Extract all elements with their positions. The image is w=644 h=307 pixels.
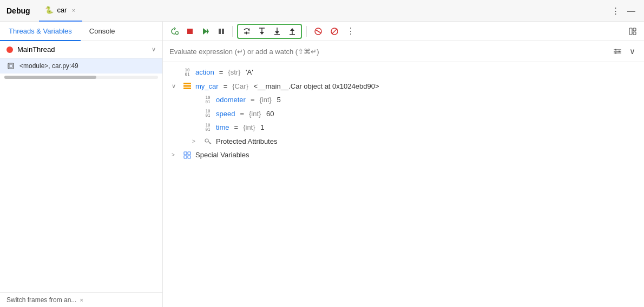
- left-bottom-bar: Switch frames from an... ×: [0, 292, 162, 307]
- frame-item[interactable]: <module>, car.py:49: [0, 58, 162, 74]
- variable-action-row: 1001 action = {str} 'A': [163, 65, 644, 79]
- svg-line-41: [208, 142, 212, 144]
- layout-button[interactable]: [626, 25, 640, 37]
- action-name[interactable]: action: [195, 67, 214, 78]
- main-layout: Threads & Variables Console MainThread ∨…: [0, 22, 644, 307]
- speed-type: {int}: [249, 109, 261, 119]
- panel-tabs: Threads & Variables Console: [0, 22, 162, 41]
- thread-name: MainThread: [17, 45, 147, 54]
- variable-special-row: > Special Variables: [163, 148, 644, 162]
- svg-marker-6: [207, 28, 209, 35]
- pause-button[interactable]: [215, 26, 228, 37]
- scroll-area: [0, 74, 162, 292]
- odometer-type: {int}: [260, 95, 272, 105]
- expression-input[interactable]: [169, 48, 607, 56]
- mycar-type-icon: [182, 81, 192, 91]
- speed-expand: [192, 109, 200, 118]
- debug-toolbar: ↺: [163, 22, 644, 41]
- time-value: 1: [259, 122, 265, 133]
- speed-name[interactable]: speed: [216, 109, 235, 119]
- svg-text:↺: ↺: [176, 31, 178, 35]
- svg-point-40: [205, 139, 208, 142]
- special-label: Special Variables: [195, 150, 249, 161]
- svg-rect-8: [222, 29, 224, 34]
- step-over-button[interactable]: [239, 25, 254, 38]
- svg-line-22: [316, 30, 321, 33]
- svg-rect-27: [633, 32, 636, 35]
- mycar-type: {Car}: [232, 81, 248, 92]
- svg-marker-16: [275, 31, 279, 34]
- variable-speed-row: 1001 speed = {int} 60: [163, 107, 644, 121]
- console-tab[interactable]: Console: [81, 22, 124, 41]
- rerun-button[interactable]: ↺: [167, 25, 181, 37]
- title-bar-actions: ⋮ —: [609, 4, 638, 18]
- svg-rect-26: [633, 28, 636, 31]
- protected-label: Protected Attributes: [216, 136, 277, 147]
- expression-bar: ∨: [163, 41, 644, 62]
- variable-protected-row: > Protected Attributes: [163, 135, 644, 149]
- time-type: {int}: [243, 122, 255, 133]
- mycar-name[interactable]: my_car: [195, 81, 219, 92]
- toolbar-separator-2: [306, 26, 307, 37]
- time-name[interactable]: time: [216, 122, 229, 133]
- protected-expand[interactable]: >: [192, 137, 200, 145]
- mycar-expand[interactable]: ∨: [172, 82, 179, 91]
- svg-point-29: [619, 51, 620, 52]
- svg-rect-1: [9, 64, 12, 68]
- action-type: {str}: [228, 67, 240, 78]
- svg-rect-0: [8, 63, 14, 69]
- stop-button[interactable]: [183, 26, 196, 37]
- frame-text: <module>, car.py:49: [19, 62, 78, 70]
- switch-frames-text: Switch frames from an...: [6, 296, 76, 304]
- svg-rect-38: [183, 85, 191, 87]
- speed-value: 60: [264, 109, 274, 119]
- thread-status-dot: [6, 46, 13, 53]
- expression-actions: ∨: [611, 44, 638, 58]
- odometer-name[interactable]: odometer: [216, 95, 246, 105]
- frame-icon: [6, 62, 15, 70]
- svg-rect-39: [183, 88, 191, 89]
- svg-rect-25: [629, 28, 632, 35]
- special-expand[interactable]: >: [172, 151, 179, 159]
- time-expand: [192, 123, 200, 132]
- car-tab-close[interactable]: ×: [70, 6, 77, 14]
- debug-title: Debug: [6, 6, 30, 15]
- svg-marker-11: [245, 31, 247, 35]
- disable-breakpoints-button[interactable]: [327, 25, 341, 37]
- python-icon: 🐍: [44, 5, 54, 15]
- resume-button[interactable]: [199, 25, 213, 37]
- car-tab[interactable]: 🐍 car ×: [39, 0, 83, 22]
- expression-chevron-button[interactable]: ∨: [627, 44, 638, 58]
- action-type-icon: 1001: [182, 68, 192, 77]
- scroll-track[interactable]: [4, 76, 158, 79]
- variable-mycar-row: ∨ my_car = {Car} <__main__.Car object at…: [163, 79, 644, 94]
- speed-type-icon: 1001: [203, 109, 213, 118]
- svg-rect-43: [184, 152, 187, 155]
- svg-rect-37: [183, 83, 191, 84]
- variable-time-row: 1001 time = {int} 1: [163, 121, 644, 135]
- thread-dropdown[interactable]: MainThread ∨: [0, 41, 162, 58]
- more-options-button[interactable]: ⋮: [609, 4, 622, 18]
- time-type-icon: 1001: [203, 123, 213, 132]
- mute-breakpoints-button[interactable]: [311, 25, 325, 37]
- expression-settings-button[interactable]: [611, 45, 624, 58]
- svg-rect-44: [188, 152, 190, 155]
- odometer-type-icon: 1001: [203, 95, 213, 105]
- right-panel: ↺: [163, 22, 644, 307]
- odometer-expand: [192, 96, 200, 105]
- svg-rect-46: [188, 156, 190, 158]
- step-into-button[interactable]: [254, 25, 270, 38]
- toolbar-separator-1: [232, 26, 233, 37]
- svg-line-24: [332, 29, 337, 34]
- step-into-my-code-button[interactable]: [270, 25, 285, 38]
- svg-point-30: [615, 52, 617, 54]
- threads-variables-tab[interactable]: Threads & Variables: [0, 22, 81, 41]
- more-debug-options-button[interactable]: ⋮: [344, 24, 358, 38]
- step-out-button[interactable]: [285, 25, 300, 38]
- switch-frames-close[interactable]: ×: [80, 297, 83, 303]
- scroll-thumb[interactable]: [4, 76, 96, 79]
- minimize-button[interactable]: —: [625, 4, 638, 17]
- svg-rect-4: [187, 29, 193, 34]
- step-buttons-group: [237, 24, 302, 39]
- variables-area: 1001 action = {str} 'A' ∨: [163, 62, 644, 307]
